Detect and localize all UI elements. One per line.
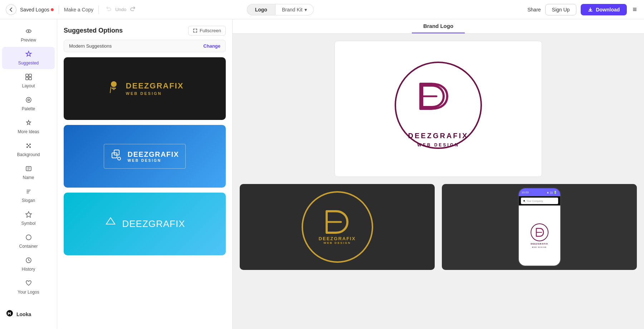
svg-point-8	[26, 144, 28, 145]
share-button[interactable]: Share	[527, 7, 541, 13]
logo-card-1[interactable]: DEEZGRAFIX WEB DESIGN	[64, 57, 226, 120]
card1-tagline: WEB DESIGN	[126, 91, 184, 96]
phone-brand-name: DEEZGRAFIX	[531, 243, 548, 245]
name-icon	[25, 165, 32, 173]
search-icon	[523, 200, 526, 202]
fullscreen-icon	[193, 28, 197, 33]
sidebar-item-slogan[interactable]: Slogan	[2, 184, 55, 207]
sidebar-item-label: Container	[19, 244, 38, 249]
svg-point-22	[118, 157, 121, 160]
card3-icon	[104, 216, 117, 232]
mockup-card-gold: DEEZGRAFIX WEB DESIGN	[240, 184, 435, 270]
mockup-card-phone: 10:03 ▲ ))) 🔋 Your Company	[442, 184, 637, 270]
sidebar-item-palette[interactable]: Palette	[2, 93, 55, 115]
download-icon	[588, 7, 593, 12]
phone-device: 10:03 ▲ ))) 🔋 Your Company	[518, 188, 561, 266]
logo-cards-list: DEEZGRAFIX WEB DESIGN DEEZGRAFIX WEB DES…	[57, 57, 232, 262]
back-button[interactable]	[6, 4, 16, 15]
svg-point-9	[26, 146, 28, 148]
sidebar-item-label: Name	[23, 175, 34, 180]
brand-kit-tab[interactable]: Brand Kit ▾	[275, 4, 314, 15]
card1-brand-name: DEEZGRAFIX	[126, 82, 184, 90]
looka-icon	[6, 309, 14, 319]
sidebar-item-label: Your Logos	[18, 290, 39, 295]
brand-logo-tab-bar: Brand Logo	[233, 19, 644, 34]
suggestions-filter: Modern Suggestions Change	[64, 40, 226, 52]
saved-logos-label: Saved Logos	[20, 7, 54, 13]
sidebar-item-preview[interactable]: Preview	[2, 24, 55, 46]
eye-icon	[25, 28, 32, 36]
container-icon	[25, 234, 32, 242]
card1-icon	[106, 79, 122, 98]
palette-icon	[25, 96, 32, 105]
undo-button[interactable]	[104, 5, 114, 14]
svg-point-7	[28, 99, 29, 101]
make-copy-button[interactable]: Make a Copy	[64, 7, 93, 13]
signup-button[interactable]: Sign Up	[545, 4, 577, 15]
redo-button[interactable]	[128, 5, 138, 14]
logo-card-2[interactable]: DEEZGRAFIX WEB DESIGN	[64, 125, 226, 188]
sidebar-item-label: History	[22, 267, 35, 272]
sidebar-item-name[interactable]: Name	[2, 161, 55, 184]
sidebar-brand-label: Looka	[16, 311, 31, 317]
card2-tagline: WEB DESIGN	[128, 159, 179, 163]
svg-point-11	[29, 146, 31, 148]
undo-label: Undo	[115, 7, 126, 12]
change-filter-button[interactable]: Change	[203, 43, 220, 49]
sidebar-item-label: Layout	[22, 83, 35, 88]
svg-text:WEB DESIGN: WEB DESIGN	[417, 142, 459, 147]
sidebar-item-label: More Ideas	[18, 129, 39, 134]
sidebar-item-suggested[interactable]: Suggested	[2, 47, 55, 69]
svg-point-14	[26, 235, 31, 240]
sidebar-item-label: Preview	[21, 38, 36, 43]
main-logo-svg: DEEZGRAFIX WEB DESIGN	[388, 59, 488, 159]
undo-redo-group: Undo	[104, 5, 138, 14]
notification-dot	[51, 8, 54, 11]
svg-point-17	[111, 81, 117, 87]
suggestions-panel: Suggested Options Fullscreen Modern Sugg…	[57, 19, 233, 329]
canvas-scroll: DEEZGRAFIX WEB DESIGN DEEZGR	[233, 34, 644, 329]
download-button[interactable]: Download	[581, 4, 627, 15]
suggested-icon	[25, 50, 32, 59]
svg-point-12	[28, 145, 29, 146]
sidebar-item-label: Palette	[22, 106, 35, 111]
slogan-icon	[25, 188, 32, 196]
sidebar-item-more-ideas[interactable]: More Ideas	[2, 116, 55, 138]
sidebar-item-symbol[interactable]: Symbol	[2, 207, 55, 229]
sidebar-item-history[interactable]: History	[2, 253, 55, 275]
canvas-area: Brand Logo	[233, 19, 644, 329]
background-icon	[25, 142, 32, 150]
brand-logo-tab-label[interactable]: Brand Logo	[412, 19, 465, 33]
phone-status-bar: 10:03 ▲ ))) 🔋	[519, 188, 560, 196]
symbol-icon	[25, 211, 32, 219]
sidebar-item-layout[interactable]: Layout	[2, 70, 55, 92]
topnav-center-tabs: Logo Brand Kit ▾	[247, 4, 314, 15]
nav-divider	[59, 5, 59, 14]
logo-card-3[interactable]: DEEZGRAFIX	[64, 193, 226, 255]
svg-point-10	[29, 144, 31, 145]
gold-circle: DEEZGRAFIX WEB DESIGN	[302, 191, 373, 263]
svg-rect-18	[112, 88, 116, 89]
svg-point-26	[523, 200, 525, 202]
sidebar-item-your-logos[interactable]: Your Logos	[2, 276, 55, 298]
gold-d-icon	[323, 209, 352, 234]
sidebar-item-label: Suggested	[18, 61, 39, 66]
logo-tab[interactable]: Logo	[247, 4, 275, 15]
svg-rect-4	[26, 77, 28, 80]
phone-url-bar: Your Company	[521, 198, 558, 204]
svg-point-6	[26, 97, 31, 102]
panel-header: Suggested Options Fullscreen	[57, 19, 232, 40]
filter-label: Modern Suggestions	[69, 43, 112, 49]
phone-tagline: WEB DESIGN	[532, 246, 547, 248]
layout-icon	[25, 73, 32, 82]
svg-rect-19	[113, 89, 115, 90]
svg-text:DEEZGRAFIX: DEEZGRAFIX	[408, 132, 469, 140]
sidebar-item-container[interactable]: Container	[2, 230, 55, 252]
chevron-down-icon: ▾	[304, 7, 307, 13]
heart-icon	[25, 280, 32, 288]
hamburger-menu-button[interactable]: ≡	[631, 4, 638, 15]
fullscreen-button[interactable]: Fullscreen	[188, 26, 226, 35]
svg-point-1	[28, 30, 29, 32]
sidebar-item-background[interactable]: Background	[2, 139, 55, 161]
sidebar: Preview Suggested Layout Palette More Id…	[0, 19, 57, 329]
